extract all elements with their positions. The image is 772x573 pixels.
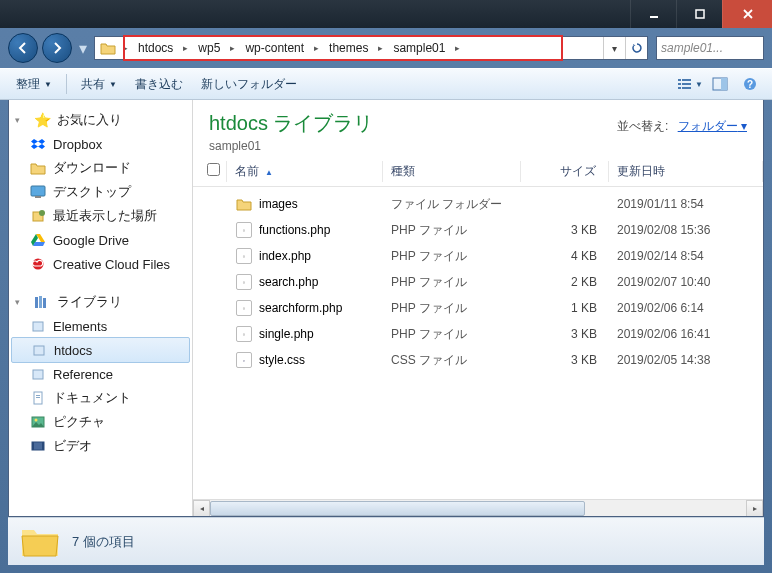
share-menu[interactable]: 共有 ▼ <box>73 72 125 97</box>
sidebar-item-creativecloud[interactable]: Creative Cloud Files <box>9 252 192 276</box>
sidebar-item-reference[interactable]: Reference <box>9 362 192 386</box>
documents-icon <box>29 389 47 407</box>
breadcrumb-item[interactable]: htdocs <box>132 37 179 59</box>
videos-icon <box>29 437 47 455</box>
creativecloud-icon <box>29 255 47 273</box>
chevron-right-icon[interactable]: ▸ <box>226 43 239 53</box>
file-row[interactable]: ◦searchform.phpPHP ファイル1 KB2019/02/06 6:… <box>203 295 763 321</box>
address-dropdown[interactable]: ▾ <box>603 37 625 59</box>
horizontal-scrollbar[interactable]: ◂ ▸ <box>193 499 763 516</box>
scrollbar-track[interactable] <box>210 500 746 517</box>
column-type[interactable]: 種類 <box>383 161 521 182</box>
arrange-by[interactable]: 並べ替え: フォルダー ▾ <box>617 118 747 135</box>
file-row[interactable]: ◦style.cssCSS ファイル3 KB2019/02/05 14:38 <box>203 347 763 373</box>
library-subtitle: sample01 <box>209 139 747 153</box>
folder-icon <box>235 195 253 213</box>
favorites-heading[interactable]: ▾ ⭐ お気に入り <box>9 108 192 132</box>
svg-point-27 <box>35 419 38 422</box>
column-name[interactable]: 名前▲ <box>227 161 383 182</box>
chevron-down-icon[interactable]: ▾ <box>15 115 27 125</box>
breadcrumb-item[interactable]: sample01 <box>387 37 451 59</box>
svg-rect-3 <box>682 79 691 81</box>
file-type: PHP ファイル <box>383 272 521 293</box>
close-button[interactable] <box>722 0 772 28</box>
breadcrumb-item[interactable]: wp-content <box>239 37 310 59</box>
sidebar-item-googledrive[interactable]: Google Drive <box>9 228 192 252</box>
file-type: ファイル フォルダー <box>383 194 521 215</box>
svg-rect-4 <box>678 83 681 85</box>
svg-rect-22 <box>33 370 43 379</box>
sidebar-item-documents[interactable]: ドキュメント <box>9 386 192 410</box>
chevron-right-icon[interactable]: ▸ <box>374 43 387 53</box>
scrollbar-thumb[interactable] <box>210 501 585 516</box>
file-size: 3 KB <box>521 221 609 239</box>
file-type: CSS ファイル <box>383 350 521 371</box>
column-size[interactable]: サイズ <box>521 161 609 182</box>
sort-ascending-icon: ▲ <box>265 168 273 177</box>
file-name-label: search.php <box>259 275 318 289</box>
location-icon <box>97 37 119 59</box>
separator <box>66 74 67 94</box>
chevron-right-icon[interactable]: ▸ <box>451 43 464 53</box>
minimize-button[interactable] <box>630 0 676 28</box>
status-bar: 7 個の項目 <box>8 517 764 565</box>
history-dropdown[interactable]: ▾ <box>76 33 90 63</box>
file-row[interactable]: ◦single.phpPHP ファイル3 KB2019/02/06 16:41 <box>203 321 763 347</box>
sidebar-item-elements[interactable]: Elements <box>9 314 192 338</box>
library-folder-icon <box>30 341 48 359</box>
file-row[interactable]: ◦search.phpPHP ファイル2 KB2019/02/07 10:40 <box>203 269 763 295</box>
refresh-button[interactable] <box>625 37 647 59</box>
file-size <box>521 202 609 206</box>
php-icon: ◦ <box>235 247 253 265</box>
organize-menu[interactable]: 整理 ▼ <box>8 72 60 97</box>
scroll-left-button[interactable]: ◂ <box>193 500 210 517</box>
maximize-button[interactable] <box>676 0 722 28</box>
file-date: 2019/02/08 15:36 <box>609 221 763 239</box>
help-button[interactable]: ? <box>736 72 764 96</box>
sidebar-item-dropbox[interactable]: Dropbox <box>9 132 192 156</box>
svg-rect-29 <box>32 442 34 450</box>
forward-button[interactable] <box>42 33 72 63</box>
file-row[interactable]: imagesファイル フォルダー2019/01/11 8:54 <box>203 191 763 217</box>
select-all-checkbox[interactable] <box>207 163 220 176</box>
new-folder-button[interactable]: 新しいフォルダー <box>193 72 305 97</box>
sidebar-item-recent[interactable]: 最近表示した場所 <box>9 204 192 228</box>
googledrive-icon <box>29 231 47 249</box>
breadcrumb-item[interactable]: themes <box>323 37 374 59</box>
sidebar-item-videos[interactable]: ビデオ <box>9 434 192 458</box>
column-date[interactable]: 更新日時 <box>609 161 763 182</box>
view-options-button[interactable]: ▼ <box>676 72 704 96</box>
svg-rect-20 <box>33 322 43 331</box>
scroll-right-button[interactable]: ▸ <box>746 500 763 517</box>
breadcrumb-item[interactable]: wp5 <box>192 37 226 59</box>
file-row[interactable]: ◦index.phpPHP ファイル4 KB2019/02/14 8:54 <box>203 243 763 269</box>
chevron-right-icon[interactable]: ▸ <box>310 43 323 53</box>
chevron-right-icon[interactable]: ▸ <box>119 43 132 53</box>
sidebar-item-pictures[interactable]: ピクチャ <box>9 410 192 434</box>
file-date: 2019/02/06 6:14 <box>609 299 763 317</box>
svg-rect-13 <box>35 196 41 198</box>
write-button[interactable]: 書き込む <box>127 72 191 97</box>
sidebar-item-desktop[interactable]: デスクトップ <box>9 180 192 204</box>
column-headers: 名前▲ 種類 サイズ 更新日時 <box>193 157 763 187</box>
address-bar[interactable]: ▸ htdocs ▸ wp5 ▸ wp-content ▸ themes ▸ s… <box>94 36 648 60</box>
navigation-pane: ▾ ⭐ お気に入り Dropbox ダウンロード デスクトップ 最近表示した場所… <box>9 100 193 516</box>
checkbox-column[interactable] <box>203 161 227 182</box>
star-icon: ⭐ <box>33 111 51 129</box>
file-date: 2019/01/11 8:54 <box>609 195 763 213</box>
sidebar-item-downloads[interactable]: ダウンロード <box>9 156 192 180</box>
search-input[interactable]: sample01... <box>656 36 764 60</box>
back-button[interactable] <box>8 33 38 63</box>
css-icon: ◦ <box>235 351 253 369</box>
chevron-down-icon[interactable]: ▾ <box>15 297 27 307</box>
libraries-heading[interactable]: ▾ ライブラリ <box>9 290 192 314</box>
file-name-label: functions.php <box>259 223 330 237</box>
svg-rect-2 <box>678 79 681 81</box>
file-date: 2019/02/05 14:38 <box>609 351 763 369</box>
svg-rect-19 <box>43 298 46 308</box>
file-size: 3 KB <box>521 351 609 369</box>
preview-pane-button[interactable] <box>706 72 734 96</box>
file-row[interactable]: ◦functions.phpPHP ファイル3 KB2019/02/08 15:… <box>203 217 763 243</box>
sidebar-item-htdocs[interactable]: htdocs <box>11 337 190 363</box>
chevron-right-icon[interactable]: ▸ <box>179 43 192 53</box>
